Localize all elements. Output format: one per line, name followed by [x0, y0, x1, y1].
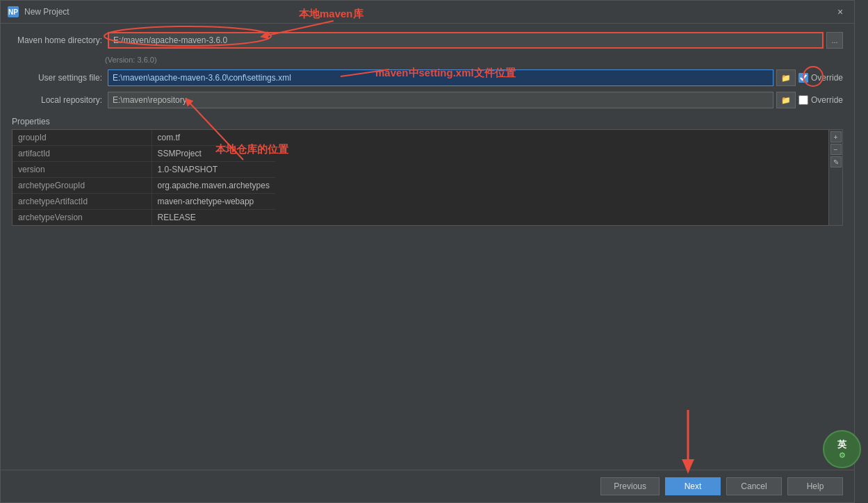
property-value: RELEASE [152, 210, 275, 226]
property-value: SSMProject [152, 146, 275, 162]
user-settings-override-container: Override [799, 73, 843, 83]
properties-section: Properties groupIdcom.tfartifactIdSSMPro… [12, 117, 843, 226]
property-key: groupId [13, 130, 152, 146]
property-key: artifactId [13, 146, 152, 162]
local-repo-override-container: Override [799, 95, 843, 105]
new-project-dialog: NP New Project × Maven home directory: .… [0, 0, 855, 503]
title-bar: NP New Project × [1, 1, 854, 24]
bottom-bar: Previous Next Cancel Help [1, 470, 854, 502]
local-repo-label: Local repository: [12, 95, 102, 105]
previous-button[interactable]: Previous [600, 477, 660, 495]
property-value: com.tf [152, 130, 275, 146]
dialog-content: Maven home directory: ... (Version: 3.6.… [1, 24, 854, 470]
table-row[interactable]: archetypeArtifactIdmaven-archetype-webap… [13, 194, 275, 210]
add-property-button[interactable]: + [830, 131, 842, 142]
table-sidebar: + − ✎ [828, 130, 842, 225]
cancel-button[interactable]: Cancel [726, 477, 782, 495]
folder-icon-2: 📁 [781, 96, 791, 105]
property-key: archetypeVersion [13, 210, 152, 226]
edit-property-button[interactable]: ✎ [830, 156, 842, 167]
property-key: version [13, 162, 152, 178]
user-settings-label: User settings file: [12, 73, 102, 83]
next-button[interactable]: Next [665, 477, 721, 495]
property-value: 1.0-SNAPSHOT [152, 162, 275, 178]
table-row[interactable]: archetypeVersionRELEASE [13, 210, 275, 226]
maven-home-browse-button[interactable]: ... [826, 32, 843, 49]
table-row[interactable]: archetypeGroupIdorg.apache.maven.archety… [13, 178, 275, 194]
user-settings-folder-button[interactable]: 📁 [776, 69, 796, 86]
maven-home-input-container: ... [108, 32, 843, 49]
local-repo-override-label: Override [811, 95, 843, 105]
dialog-title: New Project [24, 7, 833, 17]
property-key: archetypeGroupId [13, 178, 152, 194]
user-settings-override-label: Override [811, 73, 843, 83]
properties-table: groupIdcom.tfartifactIdSSMProjectversion… [13, 130, 275, 225]
language-widget[interactable]: 英 ⚙ [823, 430, 861, 468]
close-button[interactable]: × [833, 5, 847, 19]
remove-property-button[interactable]: − [830, 144, 842, 155]
user-settings-input-container: 📁 Override [108, 69, 843, 86]
lang-widget-text: 英 [837, 438, 846, 451]
local-repo-override-checkbox[interactable] [799, 95, 808, 105]
help-button[interactable]: Help [787, 477, 843, 495]
local-repo-input[interactable] [108, 92, 773, 108]
user-settings-override-checkbox[interactable] [799, 73, 808, 83]
table-row[interactable]: version1.0-SNAPSHOT [13, 162, 275, 178]
table-row[interactable]: groupIdcom.tf [13, 130, 275, 146]
properties-scroll-area[interactable]: groupIdcom.tfartifactIdSSMProjectversion… [13, 130, 828, 225]
property-value: org.apache.maven.archetypes [152, 178, 275, 194]
user-settings-row: User settings file: 📁 Override [12, 69, 843, 86]
properties-label: Properties [12, 117, 843, 126]
local-repo-row: Local repository: 📁 Override [12, 92, 843, 108]
settings-icon: ⚙ [839, 451, 846, 460]
properties-table-container: groupIdcom.tfartifactIdSSMProjectversion… [12, 129, 843, 226]
maven-home-label: Maven home directory: [12, 35, 102, 45]
version-text: (Version: 3.6.0) [105, 56, 843, 64]
property-value: maven-archetype-webapp [152, 194, 275, 210]
property-key: archetypeArtifactId [13, 194, 152, 210]
folder-icon: 📁 [781, 74, 791, 83]
user-settings-input[interactable] [108, 69, 773, 86]
table-row[interactable]: artifactIdSSMProject [13, 146, 275, 162]
local-repo-input-container: 📁 Override [108, 92, 843, 108]
local-repo-folder-button[interactable]: 📁 [776, 92, 796, 108]
maven-home-row: Maven home directory: ... [12, 32, 843, 49]
maven-home-input[interactable] [108, 32, 824, 49]
dialog-icon: NP [8, 6, 19, 17]
